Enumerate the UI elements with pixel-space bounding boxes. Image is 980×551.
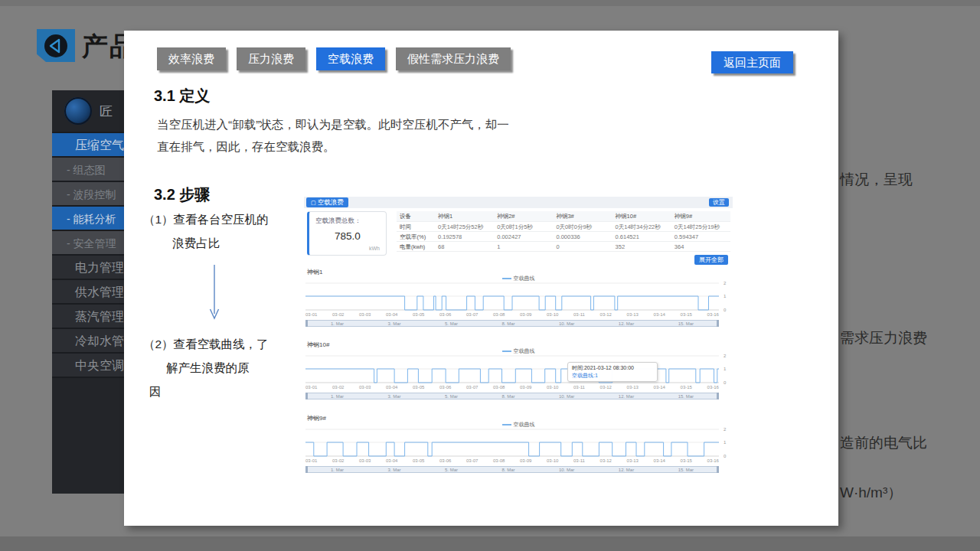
x-tick-label: 03-06 xyxy=(439,312,451,317)
x-tick-label: 03-03 xyxy=(359,385,371,390)
x-tick-label: 03-07 xyxy=(466,458,478,463)
sidebar-items: 压缩空气- 组态图- 波段控制- 能耗分析- 安全管理电力管理供水管理蒸汽管理冷… xyxy=(52,133,124,378)
tab-2[interactable]: 空载浪费 xyxy=(316,47,385,70)
table-cell-2-4: 364 xyxy=(671,242,730,252)
table-cell-0-1: 0天0时1分5秒 xyxy=(494,222,553,232)
x-tick-label: 03-16 xyxy=(707,458,719,463)
total-unit: kWh xyxy=(369,246,380,251)
chart-navigator[interactable]: 1. Mar3. Mar5. Mar8. Mar10. Mar12. Mar15… xyxy=(305,320,719,327)
step1-line-0: （1）查看各台空压机的 xyxy=(143,207,292,231)
total-label: 空载浪费总数： xyxy=(315,217,361,226)
sidebar-header: 匠 xyxy=(52,90,124,133)
x-tick-label: 03-12 xyxy=(600,458,612,463)
slide-stage: 产品 匠 压缩空气- 组态图- 波段控制- 能耗分析- 安全管理电力管理供水管理… xyxy=(0,0,980,551)
navigator-date-label: 10. Mar xyxy=(559,393,574,399)
svg-text:1: 1 xyxy=(724,367,727,371)
table-cell-1-0: 0.192578 xyxy=(435,232,494,242)
legend-label: 空载曲线 xyxy=(514,348,535,354)
x-tick-label: 03-14 xyxy=(654,458,665,463)
x-tick-label: 03-04 xyxy=(386,312,397,317)
sidebar-item-3[interactable]: - 能耗分析 xyxy=(52,207,124,231)
x-tick-label: 03-15 xyxy=(681,458,692,463)
x-tick-label: 03-01 xyxy=(305,458,317,463)
chart-navigator[interactable]: 1. Mar3. Mar5. Mar8. Mar10. Mar12. Mar15… xyxy=(305,393,719,399)
x-tick-label: 03-02 xyxy=(332,385,344,390)
table-row-label-0: 时间 xyxy=(397,222,435,232)
tab-0[interactable]: 效率浪费 xyxy=(157,47,226,70)
dashboard-title-pill: ▢空载浪费 xyxy=(306,197,348,207)
table-cell-0-3: 0天14时34分22秒 xyxy=(612,222,671,232)
table-cell-1-2: 0.000336 xyxy=(553,232,612,242)
step2-line-0: （2）查看空载曲线，了 xyxy=(143,332,292,356)
x-tick-label: 03-08 xyxy=(493,458,505,463)
x-tick-label: 03-12 xyxy=(600,312,612,317)
step2-line-2: 因 xyxy=(143,380,292,403)
x-tick-label: 03-13 xyxy=(627,458,639,463)
brand-logo-icon xyxy=(64,97,92,125)
x-tick-label: 03-12 xyxy=(600,385,612,390)
sidebar-item-0[interactable]: 压缩空气 xyxy=(52,133,124,158)
tooltip-value: 空载曲线:1 xyxy=(572,372,653,380)
svg-text:2: 2 xyxy=(724,281,727,285)
sidebar-item-1[interactable]: - 组态图 xyxy=(52,158,124,182)
settings-button: 设置 xyxy=(709,198,729,207)
x-tick-label: 03-07 xyxy=(466,385,478,390)
chart-2: 神钢9#空载曲线21003-0103-0203-0303-0403-0503-0… xyxy=(305,414,731,481)
sidebar-item-7[interactable]: 蒸汽管理 xyxy=(52,305,124,329)
sidebar-item-2[interactable]: - 波段控制 xyxy=(52,182,124,207)
background-fragment-1: 需求压力浪费 xyxy=(840,328,927,348)
sidebar-item-8[interactable]: 冷却水管理 xyxy=(52,329,124,354)
x-tick-label: 03-02 xyxy=(332,458,344,463)
chart-x-labels: 03-0103-0203-0303-0403-0503-0603-0703-08… xyxy=(305,312,719,317)
x-tick-label: 03-16 xyxy=(707,385,719,390)
navigator-date-label: 5. Mar xyxy=(445,467,458,472)
x-tick-label: 03-16 xyxy=(707,312,719,317)
back-arrow-icon xyxy=(43,33,69,59)
sidebar-item-4[interactable]: - 安全管理 xyxy=(52,231,124,256)
table-cell-0-2: 0天0时0分9秒 xyxy=(553,222,612,232)
navigator-date-label: 3. Mar xyxy=(388,467,401,472)
back-arrow-badge[interactable] xyxy=(37,29,75,62)
legend-line-icon xyxy=(502,350,511,352)
tooltip-time: 时间:2021-03-12 08:30:00 xyxy=(572,364,653,372)
navigator-date-label: 10. Mar xyxy=(559,467,574,472)
definition-line-0: 当空压机进入“卸载”状态，即认为是空载。此时空压机不产气，却一 xyxy=(157,113,563,135)
navigator-date-label: 1. Mar xyxy=(331,467,344,472)
navigator-date-label: 5. Mar xyxy=(445,321,458,326)
tab-1[interactable]: 压力浪费 xyxy=(237,47,305,70)
navigator-date-label: 1. Mar xyxy=(331,321,344,326)
navigator-date-label: 8. Mar xyxy=(502,393,515,399)
legend-label: 空载曲线 xyxy=(514,422,535,427)
sidebar-item-9[interactable]: 中央空调管 xyxy=(52,354,124,378)
bottom-band xyxy=(0,536,980,551)
x-tick-label: 03-09 xyxy=(520,385,531,390)
sidebar-item-6[interactable]: 供水管理 xyxy=(52,280,124,305)
navigator-date-label: 10. Mar xyxy=(559,321,574,326)
x-tick-label: 03-09 xyxy=(520,458,531,463)
sidebar-item-5[interactable]: 电力管理 xyxy=(52,256,124,280)
panel-icon: ▢ xyxy=(311,197,316,207)
x-tick-label: 03-14 xyxy=(654,385,665,390)
chart-tooltip: 时间:2021-03-12 08:30:00空载曲线:1 xyxy=(567,362,658,382)
background-fragment-3: W·h/m³） xyxy=(840,483,902,503)
chart-navigator[interactable]: 1. Mar3. Mar5. Mar8. Mar10. Mar12. Mar15… xyxy=(305,466,719,473)
top-band xyxy=(0,0,980,6)
table-device-header-4: 神钢9# xyxy=(671,211,730,222)
chart-x-labels: 03-0103-0203-0303-0403-0503-0603-0703-08… xyxy=(305,458,719,463)
step-2-text: （2）查看空载曲线，了解产生浪费的原因 xyxy=(143,332,292,403)
svg-text:1: 1 xyxy=(724,294,727,298)
x-tick-label: 03-03 xyxy=(359,312,371,317)
navigator-date-label: 15. Mar xyxy=(678,321,694,326)
table-cell-1-1: 0.002427 xyxy=(494,232,553,242)
return-main-button[interactable]: 返回主页面 xyxy=(711,51,793,73)
x-tick-label: 03-11 xyxy=(573,385,585,390)
navigator-date-label: 1. Mar xyxy=(331,393,344,399)
x-tick-label: 03-05 xyxy=(413,385,424,390)
navigator-date-label: 5. Mar xyxy=(445,393,458,399)
table-cell-2-2: 0 xyxy=(553,242,612,252)
x-tick-label: 03-13 xyxy=(627,385,639,390)
idle-curve-plot: 210 xyxy=(305,354,731,387)
tab-3[interactable]: 假性需求压力浪费 xyxy=(396,47,511,70)
definition-line-1: 直在排气，因此，存在空载浪费。 xyxy=(157,135,563,158)
x-tick-label: 03-04 xyxy=(386,458,397,463)
